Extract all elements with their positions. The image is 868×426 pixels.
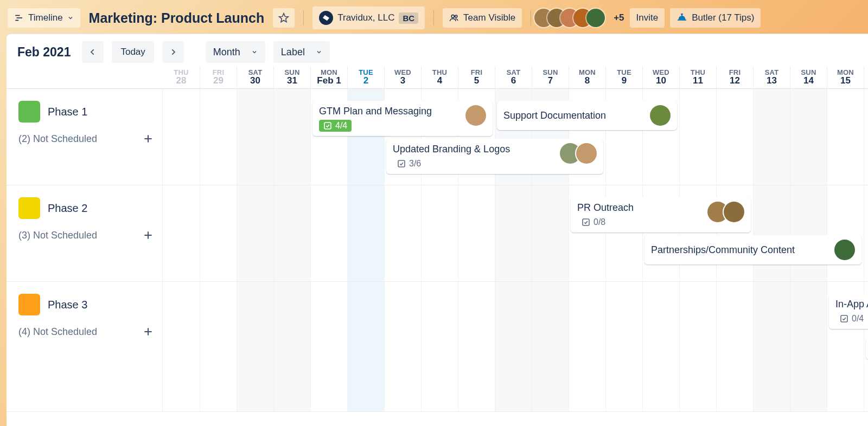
org-button[interactable]: Travidux, LLC BC xyxy=(312,7,425,29)
phase-row[interactable]: Phase 1 xyxy=(18,101,155,122)
phase-color-chip xyxy=(18,101,40,122)
org-name: Travidux, LLC xyxy=(337,12,394,23)
invite-button[interactable]: Invite xyxy=(630,8,665,28)
add-card-button[interactable] xyxy=(142,132,155,145)
butler-button[interactable]: Butler (17 Tips) xyxy=(670,8,761,28)
card-title: GTM Plan and Messaging xyxy=(319,105,432,118)
phase-row[interactable]: Phase 2 xyxy=(18,197,155,219)
unscheduled-label[interactable]: (4) Not Scheduled xyxy=(18,326,97,338)
column-day-number: 14 xyxy=(790,75,827,86)
phase-color-chip xyxy=(18,294,40,315)
timeline-card[interactable]: PR Outreach 0/8 xyxy=(571,197,751,233)
column-day-number: 28 xyxy=(163,75,200,86)
column-header: MON8 xyxy=(569,66,605,88)
column-header: TUE2 xyxy=(347,66,384,88)
view-selector[interactable]: Timeline xyxy=(8,8,80,28)
timeline-card[interactable]: Partnerships/Community Content xyxy=(644,235,861,264)
timeline-card[interactable]: Upload Tutorial Videos xyxy=(866,338,868,359)
chevron-down-icon xyxy=(251,49,258,55)
phase-title: Phase 1 xyxy=(48,106,87,118)
column-header: SAT13 xyxy=(753,66,790,88)
column-day-number: Feb 1 xyxy=(311,75,347,86)
column-header: SAT6 xyxy=(495,66,532,88)
card-avatars xyxy=(650,105,671,126)
card-avatars xyxy=(707,202,744,222)
phase-color-chip xyxy=(18,197,40,219)
svg-rect-11 xyxy=(324,122,331,129)
card-avatars xyxy=(834,240,855,260)
unscheduled-label[interactable]: (2) Not Scheduled xyxy=(18,133,97,145)
column-day-number: 2 xyxy=(348,75,384,86)
butler-icon xyxy=(676,14,687,22)
today-button[interactable]: Today xyxy=(112,41,154,63)
timeline-card[interactable]: Support Documentation xyxy=(497,101,677,130)
today-label: Today xyxy=(120,47,145,57)
card-title: Updated Branding & Logos xyxy=(393,143,510,156)
checklist-badge: 0/8 xyxy=(577,216,610,228)
column-day-number: 5 xyxy=(458,75,495,86)
lane-body[interactable]: PR Outreach 0/8 Partnerships/Community C… xyxy=(163,185,868,281)
column-day-number: 8 xyxy=(569,75,605,86)
column-day-number: 11 xyxy=(680,75,716,86)
member-avatars[interactable] xyxy=(540,9,605,27)
chevron-down-icon xyxy=(67,15,74,21)
invite-label: Invite xyxy=(636,12,659,23)
member-avatar xyxy=(724,202,744,222)
timeline-card[interactable]: GTM Plan and Messaging 4/4 xyxy=(312,101,493,136)
column-day-number: 16 xyxy=(864,75,868,86)
timeline-board: Feb 2021 Today Month xyxy=(7,34,868,426)
column-header: WED3 xyxy=(384,66,421,88)
column-header: FRI5 xyxy=(458,66,495,88)
chevron-down-icon xyxy=(316,49,322,55)
column-day-number: 7 xyxy=(532,75,569,86)
card-title: PR Outreach xyxy=(577,202,634,214)
column-day-number: 31 xyxy=(274,75,310,86)
column-header: WED10 xyxy=(642,66,679,88)
board-title[interactable]: Marketing: Product Launch xyxy=(89,10,265,26)
member-overflow-count[interactable]: +5 xyxy=(614,12,624,23)
timeline-card[interactable]: Updated Branding & Logos 3/6 xyxy=(386,139,603,174)
lane: Phase 2 (3) Not Scheduled PR Outreach 0/… xyxy=(7,185,868,282)
column-day-number: 4 xyxy=(422,75,458,86)
column-day-number: 30 xyxy=(237,75,273,86)
add-card-button[interactable] xyxy=(142,325,155,338)
card-avatars xyxy=(560,143,597,164)
view-selector-label: Timeline xyxy=(28,12,63,23)
chevron-right-icon xyxy=(169,48,177,56)
lane-sidebar: Phase 3 (4) Not Scheduled xyxy=(7,282,163,411)
group-dropdown[interactable]: Label xyxy=(273,41,330,63)
lane-body[interactable]: GTM Plan and Messaging 4/4 Support Docum… xyxy=(163,89,868,185)
card-title: Support Documentation xyxy=(503,109,606,122)
member-avatar xyxy=(465,105,486,126)
member-avatar[interactable] xyxy=(586,9,605,27)
timeline-grid: Phase 1 (2) Not Scheduled GTM Plan and M… xyxy=(7,89,868,426)
column-header: FRI29 xyxy=(200,66,237,88)
column-header: MON15 xyxy=(827,66,864,88)
column-header: SUN31 xyxy=(273,66,310,88)
star-button[interactable] xyxy=(273,8,295,28)
visibility-button[interactable]: Team Visible xyxy=(443,8,522,28)
team-icon xyxy=(449,13,459,23)
svg-rect-15 xyxy=(583,219,589,225)
svg-rect-12 xyxy=(398,160,405,167)
checklist-badge: 3/6 xyxy=(393,158,425,170)
prev-button[interactable] xyxy=(82,41,104,63)
phase-row[interactable]: Phase 3 xyxy=(18,294,155,315)
column-day-number: 29 xyxy=(200,75,237,86)
org-plan-badge: BC xyxy=(399,12,418,24)
card-title: Partnerships/Community Content xyxy=(651,244,795,256)
next-button[interactable] xyxy=(162,41,184,63)
column-day-number: 13 xyxy=(754,75,790,86)
timeline-icon xyxy=(14,13,24,23)
column-day-number: 3 xyxy=(385,75,421,86)
column-header: TUE9 xyxy=(605,66,642,88)
lane-sidebar: Phase 1 (2) Not Scheduled xyxy=(7,89,163,185)
column-header: THU4 xyxy=(421,66,458,88)
timeline-card[interactable]: In-App Announcement 0/4 xyxy=(829,294,868,329)
column-background xyxy=(163,282,868,411)
zoom-dropdown[interactable]: Month xyxy=(206,41,265,63)
lane-body[interactable]: In-App Announcement 0/4 Upload Tutorial … xyxy=(163,282,868,411)
checklist-count: 0/8 xyxy=(593,217,605,227)
add-card-button[interactable] xyxy=(142,229,155,242)
unscheduled-label[interactable]: (3) Not Scheduled xyxy=(18,230,97,241)
